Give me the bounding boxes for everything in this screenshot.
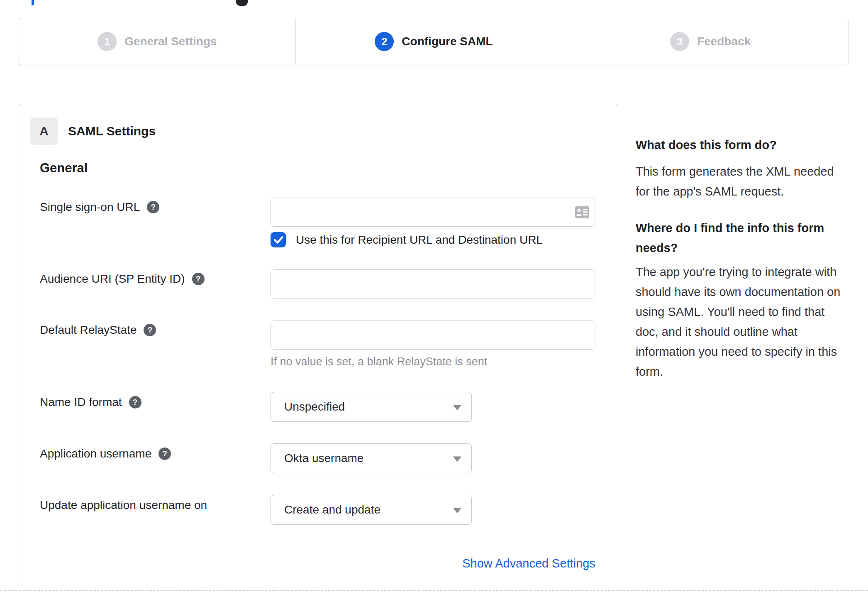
audience-uri-label-text: Audience URI (SP Entity ID) bbox=[40, 271, 185, 287]
chevron-down-icon bbox=[453, 405, 461, 410]
sso-url-label: Single sign-on URL ? bbox=[40, 199, 159, 215]
section-title: SAML Settings bbox=[68, 124, 156, 138]
name-id-format-label: Name ID format ? bbox=[40, 394, 141, 411]
audience-uri-label: Audience URI (SP Entity ID) ? bbox=[40, 271, 205, 287]
app-username-label-text: Application username bbox=[40, 445, 151, 462]
step-3-label: Feedback bbox=[697, 35, 751, 48]
chevron-down-icon bbox=[453, 456, 461, 462]
sso-url-label-text: Single sign-on URL bbox=[40, 199, 140, 215]
help-sidebar: What does this form do? This form genera… bbox=[636, 135, 848, 382]
step-1-circle: 1 bbox=[98, 32, 117, 51]
recipient-url-checkrow: Use this for Recipient URL and Destinati… bbox=[271, 232, 543, 247]
sso-url-input-wrap bbox=[271, 198, 595, 227]
app-username-value: Okta username bbox=[284, 452, 363, 465]
sidebar-section-what: What does this form do? This form genera… bbox=[636, 135, 848, 201]
step-2-label: Configure SAML bbox=[402, 35, 493, 48]
name-id-format-value: Unspecified bbox=[284, 400, 345, 413]
clipped-heading-fragment-blue bbox=[32, 0, 34, 5]
chevron-down-icon bbox=[453, 508, 461, 513]
relaystate-label-text: Default RelayState bbox=[40, 322, 137, 338]
relaystate-help-icon[interactable]: ? bbox=[144, 324, 156, 336]
step-1-label: General Settings bbox=[124, 35, 217, 48]
app-username-select[interactable]: Okta username bbox=[271, 443, 472, 473]
step-3-circle: 3 bbox=[670, 32, 689, 51]
configure-saml-page: 1 General Settings 2 Configure SAML 3 Fe… bbox=[0, 0, 868, 592]
group-title-general: General bbox=[40, 161, 88, 176]
check-icon bbox=[273, 236, 283, 244]
sidebar-heading-what: What does this form do? bbox=[636, 135, 848, 155]
sidebar-body-where: The app you're trying to integrate with … bbox=[636, 262, 848, 382]
recipient-url-checkbox-label: Use this for Recipient URL and Destinati… bbox=[296, 233, 543, 247]
recipient-url-checkbox[interactable] bbox=[271, 232, 286, 247]
audience-uri-help-icon[interactable]: ? bbox=[192, 273, 205, 285]
app-username-help-icon[interactable]: ? bbox=[158, 448, 171, 460]
step-feedback[interactable]: 3 Feedback bbox=[572, 18, 848, 65]
sso-url-input[interactable] bbox=[271, 198, 595, 227]
dashed-divider bbox=[0, 590, 868, 591]
update-username-value: Create and update bbox=[284, 503, 380, 516]
relaystate-input[interactable] bbox=[271, 320, 595, 350]
update-username-label-text: Update application username on bbox=[40, 497, 207, 514]
step-2-circle: 2 bbox=[375, 32, 394, 51]
relaystate-hint: If no value is set, a blank RelayState i… bbox=[271, 355, 487, 368]
update-username-select[interactable]: Create and update bbox=[271, 495, 472, 525]
section-a-badge: A bbox=[30, 117, 58, 145]
update-username-label: Update application username on bbox=[40, 497, 207, 514]
step-general-settings[interactable]: 1 General Settings bbox=[19, 18, 295, 65]
name-id-format-help-icon[interactable]: ? bbox=[129, 396, 141, 409]
saml-settings-card: A SAML Settings General Single sign-on U… bbox=[19, 104, 618, 592]
sso-url-help-icon[interactable]: ? bbox=[147, 201, 159, 213]
sidebar-heading-where: Where do I find the info this form needs… bbox=[636, 218, 848, 258]
app-username-label: Application username ? bbox=[40, 445, 171, 462]
sidebar-body-what: This form generates the XML needed for t… bbox=[636, 161, 848, 201]
name-id-format-select[interactable]: Unspecified bbox=[271, 392, 472, 422]
show-advanced-settings-link[interactable]: Show Advanced Settings bbox=[271, 557, 595, 570]
step-configure-saml[interactable]: 2 Configure SAML bbox=[295, 18, 572, 65]
clipped-heading-fragment-dark bbox=[236, 0, 248, 6]
wizard-stepbar: 1 General Settings 2 Configure SAML 3 Fe… bbox=[19, 18, 849, 65]
contact-card-icon bbox=[575, 206, 589, 218]
audience-uri-input[interactable] bbox=[271, 269, 595, 298]
name-id-format-label-text: Name ID format bbox=[40, 394, 122, 411]
sidebar-section-where: Where do I find the info this form needs… bbox=[636, 218, 848, 382]
relaystate-label: Default RelayState ? bbox=[40, 322, 156, 338]
